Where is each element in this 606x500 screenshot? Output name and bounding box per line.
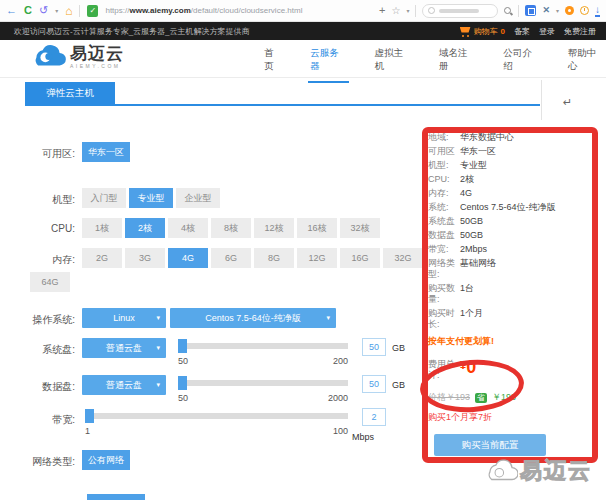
pin-icon[interactable] [565,6,574,15]
screen: ← C ↺ ▾ ⌂ ✓ https://www.aiemy.com/defaul… [0,0,606,500]
refresh-icon[interactable]: C [24,5,32,16]
divider [415,5,416,17]
slider-handle[interactable] [178,376,187,390]
browser-search-box[interactable] [422,4,498,18]
nav-item-about[interactable]: 公司介绍 [501,35,541,83]
main-nav: 易迈云 AIEMY.COM 首页 云服务器 虚拟主机 域名注册 公司介绍 帮助中… [0,40,606,78]
slider-min-label: 50 [178,356,188,366]
logo-text: 易迈云 [70,45,124,62]
zone-label: 可用区: [10,147,75,161]
buy-current-config-button[interactable]: 购买当前配置 [434,434,546,456]
form-row-bandwidth: 带宽: 1 100 Mbps [10,408,422,448]
cpu-option-1[interactable]: 1核 [82,218,122,238]
machine-option-enterprise[interactable]: 企业型 [176,188,220,208]
undo-dropdown-icon[interactable]: ▾ [55,7,58,14]
form-row-os: 操作系统: Linux ▾ Centos 7.5-64位-纯净版 ▾ [10,308,422,332]
total-value: 0 [466,359,476,375]
summary-row: 可用区华东一区 [428,146,578,157]
slider-handle[interactable] [178,339,187,353]
bandwidth-label: 带宽: [10,413,75,427]
memory-option-3g[interactable]: 3G [125,248,165,268]
cpu-option-4[interactable]: 4核 [168,218,208,238]
nav-item-domain[interactable]: 域名注册 [437,35,477,83]
download-icon[interactable]: ↓ [595,5,600,17]
form-row-zone: 可用区: 华东一区 [10,142,422,166]
panel-edge-line [541,80,542,120]
data-disk-type-dropdown[interactable]: 普通云盘 ▾ [82,375,166,395]
nav-item-help[interactable]: 帮助中心 [566,35,606,83]
new-tab-icon[interactable]: + [379,5,385,16]
data-disk-type-value: 普通云盘 [106,380,142,390]
slider-max-label: 100 [333,426,348,436]
os-image-dropdown[interactable]: Centos 7.5-64位-纯净版 ▾ [170,308,336,328]
system-disk-input[interactable] [362,338,386,356]
slider-track[interactable] [85,413,348,419]
summary-row: 带宽:2Mbps [428,244,578,255]
undo-icon[interactable]: ↺ [39,5,48,16]
bandwidth-input[interactable] [362,408,386,426]
divider [79,5,80,17]
form-row-system-disk: 系统盘: 普通云盘 ▾ 50 200 GB [10,338,422,372]
history-clock-icon[interactable] [580,6,589,15]
bandwidth-slider[interactable]: 1 100 [85,408,348,422]
return-mark: ↵ [563,96,572,109]
chevron-down-icon: ▾ [156,308,160,328]
divider [518,5,519,17]
search-icon[interactable] [504,7,512,15]
address-bar[interactable]: https://www.aiemy.com/default/cloud/clou… [105,6,302,15]
memory-option-64g[interactable]: 64G [30,272,70,292]
data-disk-input[interactable] [362,375,386,393]
cpu-option-8[interactable]: 8核 [211,218,251,238]
memory-option-4g[interactable]: 4G [168,248,208,268]
nav-item-virtual-host[interactable]: 虚拟主机 [373,35,413,83]
cpu-option-32[interactable]: 32核 [340,218,380,238]
cpu-option-2[interactable]: 2核 [125,218,165,238]
home-icon[interactable]: ⌂ [65,5,72,17]
memory-option-2g[interactable]: 2G [82,248,122,268]
machine-option-professional[interactable]: 专业型 [129,188,173,208]
total-label: 费用总计: [428,359,460,381]
os-type-value: Linux [113,313,135,323]
chevron-down-icon: ▾ [326,308,330,328]
bookmark-dropdown-icon[interactable]: ▾ [406,7,409,14]
slider-min-label: 1 [85,426,90,436]
extension-icon[interactable] [525,5,536,16]
nav-item-home[interactable]: 首页 [262,35,284,83]
chevron-down-icon: ▾ [156,338,160,358]
cloud-watermark-icon [484,459,518,483]
nav-item-cloud-server[interactable]: 云服务器 [308,35,348,83]
summary-row: 购买数量:1台 [428,283,578,305]
close-icon[interactable]: ✕ [542,6,550,15]
brand-watermark: 易迈云 [484,456,592,486]
memory-option-8g[interactable]: 8G [254,248,294,268]
security-shield-icon[interactable]: ✓ [87,5,98,17]
network-option-public[interactable]: 公有网络 [82,450,130,470]
discount-note: 购买1个月享7折 [428,412,578,423]
zone-option-huadong1[interactable]: 华东一区 [82,142,130,162]
machine-option-entry[interactable]: 入门型 [82,188,126,208]
site-logo[interactable]: 易迈云 AIEMY.COM [30,44,124,69]
memory-option-12g[interactable]: 12G [297,248,337,268]
cpu-option-12[interactable]: 12核 [254,218,294,238]
cutoff-button[interactable] [87,494,145,500]
url-protocol: https:// [105,6,129,15]
bookmark-star-icon[interactable]: ☆ [391,6,400,16]
slider-track[interactable] [178,380,348,386]
system-disk-type-dropdown[interactable]: 普通云盘 ▾ [82,338,166,358]
cloud-logo-icon [30,44,66,69]
back-icon[interactable]: ← [6,5,17,16]
close-dropdown-icon[interactable]: ▾ [556,7,559,14]
url-path: /default/cloud/cloudservice.html [191,6,303,15]
data-disk-slider[interactable]: 50 2000 [178,375,348,389]
memory-label: 内存: [10,253,75,267]
slider-track[interactable] [178,343,348,349]
memory-option-16g[interactable]: 16G [340,248,380,268]
memory-option-32g[interactable]: 32G [383,248,423,268]
memory-option-6g[interactable]: 6G [211,248,251,268]
os-type-dropdown[interactable]: Linux ▾ [82,308,166,328]
system-disk-unit: GB [392,343,405,353]
cpu-option-16[interactable]: 16核 [297,218,337,238]
system-disk-slider[interactable]: 50 200 [178,338,348,352]
slider-handle[interactable] [85,409,94,423]
tab-elastic-cloud-host[interactable]: 弹性云主机 [25,82,115,104]
